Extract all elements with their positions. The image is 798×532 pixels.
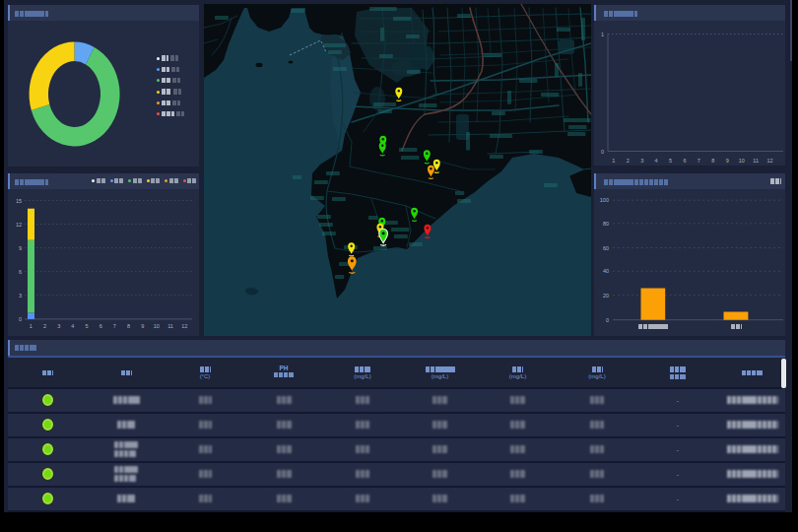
svg-text:80: 80 bbox=[603, 221, 609, 227]
svg-text:9: 9 bbox=[19, 245, 22, 251]
svg-text:3: 3 bbox=[640, 158, 643, 164]
svg-text:5: 5 bbox=[85, 323, 88, 329]
svg-text:20: 20 bbox=[603, 293, 609, 299]
svg-text:4: 4 bbox=[655, 158, 658, 164]
svg-text:1: 1 bbox=[612, 158, 615, 164]
svg-text:2: 2 bbox=[627, 158, 630, 164]
svg-text:7: 7 bbox=[698, 158, 700, 164]
svg-text:5: 5 bbox=[669, 158, 672, 164]
svg-text:8: 8 bbox=[127, 323, 130, 329]
svg-text:4: 4 bbox=[71, 323, 74, 329]
svg-text:0: 0 bbox=[19, 316, 22, 322]
svg-text:10: 10 bbox=[154, 323, 160, 329]
svg-text:1: 1 bbox=[30, 323, 33, 329]
svg-text:60: 60 bbox=[603, 245, 609, 251]
svg-text:12: 12 bbox=[766, 158, 772, 164]
svg-text:6: 6 bbox=[683, 158, 686, 164]
svg-text:7: 7 bbox=[113, 323, 116, 329]
svg-text:8: 8 bbox=[711, 158, 714, 164]
svg-text:11: 11 bbox=[753, 158, 759, 164]
svg-text:100: 100 bbox=[600, 197, 609, 203]
svg-text:12: 12 bbox=[181, 323, 187, 329]
svg-text:6: 6 bbox=[19, 269, 22, 275]
svg-text:9: 9 bbox=[726, 158, 729, 164]
svg-text:1: 1 bbox=[601, 32, 604, 37]
svg-text:11: 11 bbox=[167, 323, 173, 329]
svg-text:15: 15 bbox=[16, 198, 22, 204]
svg-text:3: 3 bbox=[19, 293, 22, 299]
svg-text:10: 10 bbox=[739, 158, 745, 164]
svg-text:40: 40 bbox=[603, 268, 609, 274]
svg-text:9: 9 bbox=[141, 323, 144, 329]
svg-text:2: 2 bbox=[43, 323, 46, 329]
svg-text:0: 0 bbox=[601, 149, 604, 155]
svg-text:12: 12 bbox=[16, 222, 22, 228]
svg-text:0: 0 bbox=[606, 317, 609, 323]
svg-text:3: 3 bbox=[57, 323, 60, 329]
svg-text:6: 6 bbox=[100, 323, 102, 329]
